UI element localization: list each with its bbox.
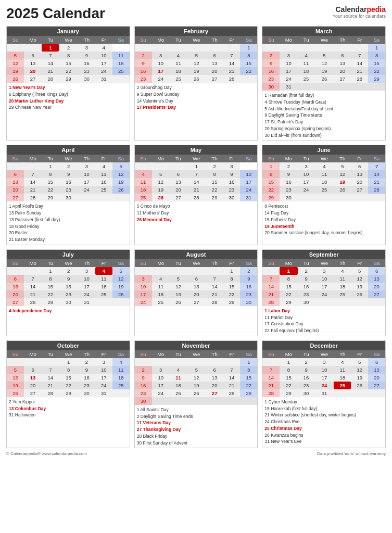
holiday-note: 6 Epiphany (Three Kings Day): [9, 91, 128, 98]
cal-cell: 27: [24, 389, 42, 397]
cal-cell: [7, 44, 24, 52]
cal-cell: 15: [59, 374, 78, 382]
cal-cell: 10: [240, 170, 257, 178]
day-header-mo: Mo: [24, 350, 42, 358]
cal-cell: 7: [24, 170, 42, 178]
cal-cell: 4: [315, 162, 334, 170]
cal-cell: 23: [280, 186, 298, 194]
cal-cell: 1: [368, 44, 385, 52]
cal-cell: 2: [59, 162, 78, 170]
holiday-note: 26 Memorial Day: [137, 217, 256, 223]
cal-cell: 20: [368, 283, 385, 290]
cal-cell: 10: [280, 59, 298, 67]
cal-cell: 22: [240, 382, 257, 389]
cal-cell: 9: [78, 366, 95, 374]
cal-cell: 14: [24, 283, 42, 290]
cal-cell: 26: [170, 298, 187, 306]
cal-cell: 24: [135, 298, 152, 306]
cal-cell: [262, 358, 280, 366]
cal-cell: [351, 389, 368, 397]
cal-cell: [351, 44, 368, 52]
holiday-note: 13 Palm Sunday: [9, 210, 128, 217]
holiday-note: 20 Easter: [9, 230, 128, 236]
cal-cell: 30: [262, 83, 280, 91]
cal-cell: 22: [59, 382, 78, 389]
holiday-note: 9 Super Bowl Sunday: [137, 91, 256, 98]
cal-cell: [206, 397, 223, 405]
cal-cell: 27: [368, 290, 385, 298]
cal-cell: 28: [42, 75, 59, 83]
cal-cell: [334, 389, 351, 397]
cal-cell: 2: [78, 358, 95, 366]
cal-cell: 1: [59, 358, 78, 366]
cal-cell: [135, 162, 152, 170]
holiday-note: 28 Black Friday: [137, 433, 256, 440]
cal-cell: 1: [223, 267, 241, 275]
cal-cell: 2: [59, 44, 78, 52]
day-header-th: Th: [206, 155, 223, 162]
cal-cell: 29: [206, 194, 223, 201]
cal-cell: [368, 83, 385, 91]
cal-cell: 26: [351, 290, 368, 298]
cal-cell: 14: [351, 59, 368, 67]
cal-cell: 29: [240, 389, 257, 397]
cal-cell: 11: [112, 52, 130, 59]
cal-table-april: SuMoTuWeThFrSa12345678910111213141516171…: [7, 155, 130, 201]
cal-cell: 7: [223, 366, 241, 374]
cal-cell: 26: [351, 382, 368, 389]
cal-cell: 5: [112, 267, 130, 275]
cal-cell: 1: [42, 44, 59, 52]
cal-cell: 8: [240, 52, 257, 59]
cal-cell: 2: [206, 162, 223, 170]
cal-cell: 22: [59, 67, 78, 75]
cal-cell: 21: [187, 186, 206, 194]
cal-cell: 30: [59, 194, 78, 201]
day-header-sa: Sa: [112, 350, 130, 358]
cal-cell: 11: [95, 275, 112, 283]
cal-cell: 4: [334, 267, 351, 275]
cal-cell: 8: [42, 170, 59, 178]
day-header-mo: Mo: [152, 259, 170, 267]
cal-cell: 14: [42, 374, 59, 382]
cal-cell: 18: [152, 290, 170, 298]
cal-cell: 4: [95, 267, 112, 275]
cal-cell: 17: [95, 374, 112, 382]
day-header-su: Su: [262, 155, 280, 162]
holiday-note: 19 Juneteenth: [264, 223, 383, 230]
cal-cell: [298, 44, 315, 52]
cal-cell: 24: [315, 382, 334, 389]
cal-cell: 30: [59, 298, 78, 306]
cal-cell: 1: [262, 162, 280, 170]
cal-cell: 17: [152, 67, 170, 75]
day-header-sa: Sa: [240, 350, 257, 358]
cal-cell: 20: [24, 67, 42, 75]
holiday-note: 25 Christmas Day: [264, 425, 383, 432]
cal-cell: 9: [223, 170, 241, 178]
cal-table-october: SuMoTuWeThFrSa12345678910111213141516171…: [7, 350, 130, 397]
cal-cell: 11: [112, 366, 130, 374]
month-title-january: January: [7, 27, 130, 36]
cal-cell: 3: [315, 267, 334, 275]
day-header-su: Su: [7, 155, 24, 162]
day-header-tu: Tu: [298, 155, 315, 162]
month-title-may: May: [135, 145, 258, 155]
cal-cell: 26: [7, 75, 24, 83]
cal-cell: 13: [206, 374, 223, 382]
cal-cell: 5: [152, 170, 170, 178]
cal-cell: 21: [223, 67, 241, 75]
cal-cell: [334, 298, 351, 306]
day-header-we: We: [59, 155, 78, 162]
cal-cell: 15: [368, 59, 385, 67]
cal-cell: 3: [280, 52, 298, 59]
day-header-mo: Mo: [280, 36, 298, 44]
cal-cell: 5: [7, 52, 24, 59]
cal-cell: 30: [78, 75, 95, 83]
cal-cell: 17: [315, 374, 334, 382]
month-title-november: November: [135, 341, 258, 350]
month-block-november: NovemberSuMoTuWeThFrSa123456789101112131…: [134, 340, 258, 449]
cal-cell: 7: [24, 275, 42, 283]
holiday-note: 17 Constitution Day: [264, 321, 383, 327]
holiday-note: 21 Winter solstice (shortest day, winter…: [264, 412, 383, 418]
day-header-we: We: [187, 350, 206, 358]
cal-cell: 18: [315, 178, 334, 186]
